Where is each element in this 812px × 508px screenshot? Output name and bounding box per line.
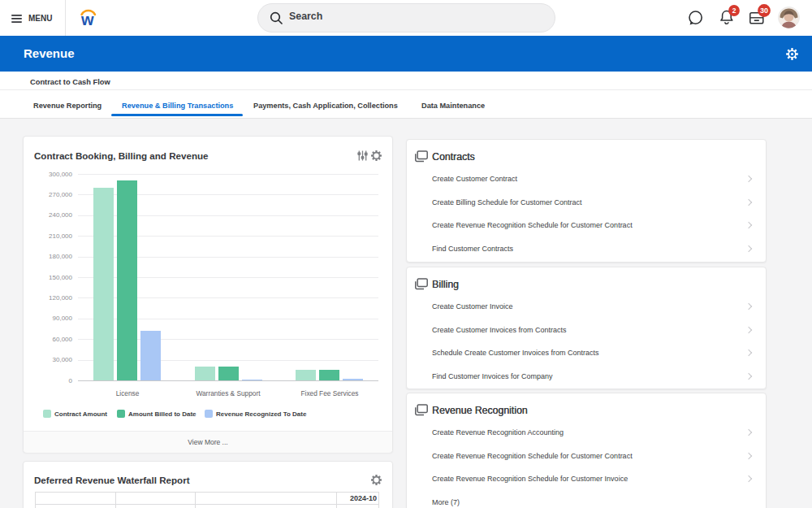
svg-text:30: 30 bbox=[760, 7, 768, 15]
svg-text:w: w bbox=[80, 11, 94, 28]
svg-text:2: 2 bbox=[732, 7, 736, 15]
